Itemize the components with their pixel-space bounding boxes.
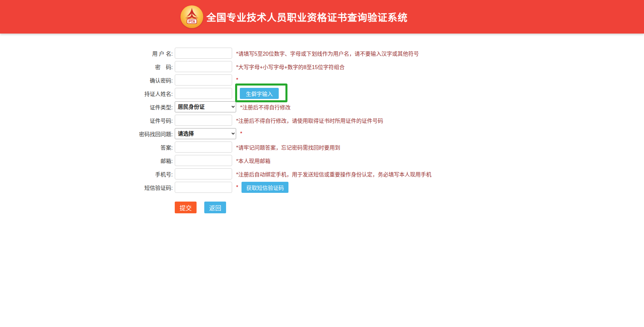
answer-input[interactable] [175,142,232,153]
form-row-holder-name: 持证人姓名: 生僻字输入 [0,88,644,99]
app-header: PTA 全国专业技术人员职业资格证书查询验证系统 [0,0,644,34]
mobile-hint: *注册后自动绑定手机，用于发送短信或重要操作身份认定，务必填写本人现用手机 [236,170,431,178]
sms-code-required-asterisk: * [236,184,238,190]
get-sms-code-button[interactable]: 获取短信验证码 [241,182,288,193]
email-input[interactable] [175,155,232,166]
password-hint: *大写字母+小写字母+数字的8至15位字符组合 [236,63,345,71]
id-type-hint: *注册后不得自行修改 [240,103,290,111]
back-button[interactable]: 返回 [204,202,226,213]
form-row-security-question: 密码找回问题: 请选择 * [0,128,644,139]
id-type-select[interactable]: 居民身份证 [175,101,236,112]
holder-name-label: 持证人姓名: [0,90,175,98]
id-number-input[interactable] [175,115,232,126]
form-row-sms-code: 短信验证码: * 获取短信验证码 [0,182,644,193]
security-question-required-asterisk: * [240,131,242,137]
page-title: 全国专业技术人员职业资格证书查询验证系统 [206,10,408,24]
password-input[interactable] [175,61,232,72]
username-hint: *请填写5至20位数字、字母或下划线作为用户名，请不要输入汉字或其他符号 [236,49,419,57]
email-label: 邮箱: [0,157,175,165]
form-row-id-type: 证件类型: 居民身份证 *注册后不得自行修改 [0,101,644,112]
confirm-password-input[interactable] [175,74,232,86]
username-input[interactable] [175,48,232,59]
answer-hint: *请牢记问题答案，忘记密码需找回时要用到 [236,143,340,151]
sms-code-input[interactable] [175,182,232,193]
form-row-answer: 答案: *请牢记问题答案，忘记密码需找回时要用到 [0,142,644,153]
answer-label: 答案: [0,143,175,151]
form-row-username: 用 户 名: *请填写5至20位数字、字母或下划线作为用户名，请不要输入汉字或其… [0,48,644,59]
sms-code-label: 短信验证码: [0,183,175,192]
submit-button[interactable]: 提交 [175,202,197,213]
id-type-label: 证件类型: [0,103,175,111]
email-hint: *本人现用邮箱 [236,157,270,165]
password-label: 密 码: [0,63,175,71]
id-number-hint: *注册后不得自行修改，请使用取得证书时所用证件的证件号码 [236,116,383,124]
confirm-password-label: 确认密码: [0,76,175,84]
security-question-select[interactable]: 请选择 [175,128,236,139]
form-row-confirm-password: 确认密码: * [0,74,644,86]
security-question-label: 密码找回问题: [0,130,175,138]
form-actions: 提交 返回 [175,202,644,213]
rare-char-input-button[interactable]: 生僻字输入 [240,88,279,99]
form-row-email: 邮箱: *本人现用邮箱 [0,155,644,166]
form-row-id-number: 证件号码: *注册后不得自行修改，请使用取得证书时所用证件的证件号码 [0,115,644,126]
registration-form: 用 户 名: *请填写5至20位数字、字母或下划线作为用户名，请不要输入汉字或其… [0,48,644,213]
holder-name-input[interactable] [175,88,232,99]
pta-logo-icon: PTA [180,5,203,28]
confirm-password-required-asterisk: * [236,77,238,83]
mobile-label: 手机号: [0,170,175,178]
rare-char-button-wrap: 生僻字输入 [240,88,279,99]
username-label: 用 户 名: [0,49,175,57]
id-number-label: 证件号码: [0,116,175,124]
mobile-input[interactable] [175,168,232,179]
form-row-password: 密 码: *大写字母+小写字母+数字的8至15位字符组合 [0,61,644,72]
header-content: PTA 全国专业技术人员职业资格证书查询验证系统 [180,5,408,28]
form-row-mobile: 手机号: *注册后自动绑定手机，用于发送短信或重要操作身份认定，务必填写本人现用… [0,168,644,179]
logo-text: PTA [189,19,196,23]
